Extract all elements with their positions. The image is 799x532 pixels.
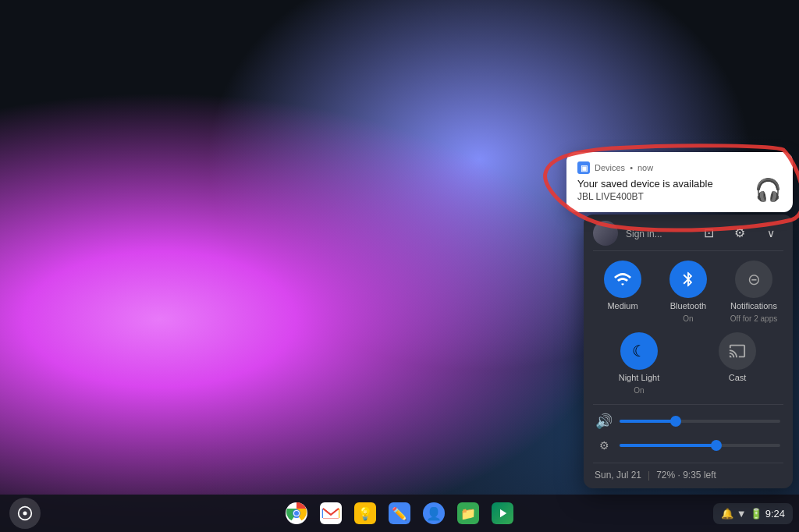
taskbar: 💡 ✏️ 👤 📁 [0, 495, 799, 532]
bluetooth-toggle[interactable]: Bluetooth On [659, 261, 718, 323]
notifications-sublabel: Off for 2 apps [730, 314, 777, 323]
cast-toggle-button[interactable] [719, 332, 756, 370]
wifi-toggle-button[interactable] [604, 261, 641, 298]
bluetooth-label: Bluetooth [670, 301, 706, 311]
cast-label: Cast [729, 373, 747, 383]
brightness-slider-thumb [711, 440, 722, 451]
qs-top-icons: ⊡ ⚙ ∨ [696, 221, 783, 246]
account-app-icon[interactable]: 👤 [418, 498, 449, 529]
taskbar-apps: 💡 ✏️ 👤 📁 [281, 498, 518, 529]
clock-display: 9:24 [765, 508, 785, 520]
system-tray[interactable]: 🔔 ▼ 🔋 9:24 [713, 503, 793, 524]
qs-toggles-row2: ☾ Night Light On Cast [584, 332, 793, 404]
notification-time: now [637, 163, 653, 172]
user-avatar[interactable] [593, 221, 618, 246]
notifications-toggle[interactable]: ⊝ Notifications Off for 2 apps [724, 261, 783, 323]
launcher-button[interactable] [9, 498, 41, 529]
wifi-label: Medium [607, 301, 637, 311]
notification-dot: • [630, 163, 633, 172]
bluetooth-icon [680, 271, 697, 288]
qs-sliders: 🔊 ⚙ [584, 405, 793, 463]
play-icon [495, 506, 510, 520]
notification-subtitle: JBL LIVE400BT [577, 191, 713, 202]
qs-status-bar: Sun, Jul 21 | 72% · 9:35 left [584, 463, 793, 488]
volume-slider-row: 🔊 [596, 408, 780, 434]
brightness-icon: ⚙ [596, 439, 612, 452]
qs-username: Sign in... [626, 229, 662, 239]
notification-source-icon: ▣ [577, 161, 590, 174]
notification-tray-icon: 🔔 [721, 508, 733, 520]
settings-button[interactable]: ⚙ [727, 221, 752, 246]
qs-top-row: Sign in... ⊡ ⚙ ∨ [584, 215, 793, 250]
quick-settings-panel: Sign in... ⊡ ⚙ ∨ Medium [584, 215, 793, 488]
nightlight-sublabel: On [634, 386, 644, 395]
volume-slider-fill [620, 420, 676, 423]
qs-battery-status: 72% · 9:35 left [656, 470, 716, 481]
svg-point-1 [23, 512, 27, 516]
bluetooth-toggle-button[interactable] [669, 261, 707, 298]
expand-button[interactable]: ∨ [758, 221, 783, 246]
notifications-toggle-button[interactable]: ⊝ [735, 261, 772, 298]
volume-icon: 🔊 [596, 413, 612, 430]
cast-icon [729, 342, 746, 360]
notification-source: Devices [595, 163, 625, 172]
network-tray-icon: ▼ [737, 508, 747, 520]
brightness-slider-row: ⚙ [596, 434, 780, 456]
volume-slider-thumb [670, 416, 681, 427]
taskbar-left [9, 498, 41, 529]
battery-tray-icon: 🔋 [750, 508, 762, 520]
gmail-app-icon[interactable] [315, 498, 346, 529]
qs-date: Sun, Jul 21 [595, 470, 641, 481]
play-app-icon[interactable] [487, 498, 518, 529]
nightlight-toggle[interactable]: ☾ Night Light On [593, 332, 685, 395]
wifi-toggle[interactable]: Medium [593, 261, 652, 323]
notification-card[interactable]: ▣ Devices • now Your saved device is ava… [566, 152, 793, 212]
keep-app-icon[interactable]: 💡 [350, 498, 381, 529]
svg-point-7 [294, 511, 299, 516]
brightness-slider-fill [620, 444, 716, 447]
files-app-icon[interactable]: 📁 [453, 498, 484, 529]
volume-slider-track[interactable] [620, 420, 780, 423]
qs-toggles-row1: Medium Bluetooth On ⊝ Notifications Off … [584, 251, 793, 332]
launcher-icon [17, 505, 33, 521]
qs-status-divider: | [648, 470, 650, 481]
notification-device-icon: 🎧 [755, 177, 782, 203]
nightlight-label: Night Light [619, 373, 660, 383]
tasks-app-icon[interactable]: ✏️ [384, 498, 415, 529]
chrome-app-icon[interactable] [281, 498, 312, 529]
nightlight-toggle-button[interactable]: ☾ [620, 332, 658, 370]
cast-toggle[interactable]: Cast [691, 332, 783, 395]
bluetooth-sublabel: On [683, 314, 693, 323]
notification-header: ▣ Devices • now [577, 161, 782, 174]
brightness-slider-track[interactable] [620, 444, 780, 447]
notifications-label: Notifications [730, 301, 777, 311]
notification-title: Your saved device is available [577, 178, 713, 190]
screen-lock-button[interactable]: ⊡ [696, 221, 721, 246]
wifi-icon [613, 270, 632, 289]
taskbar-right: 🔔 ▼ 🔋 9:24 [713, 503, 793, 524]
